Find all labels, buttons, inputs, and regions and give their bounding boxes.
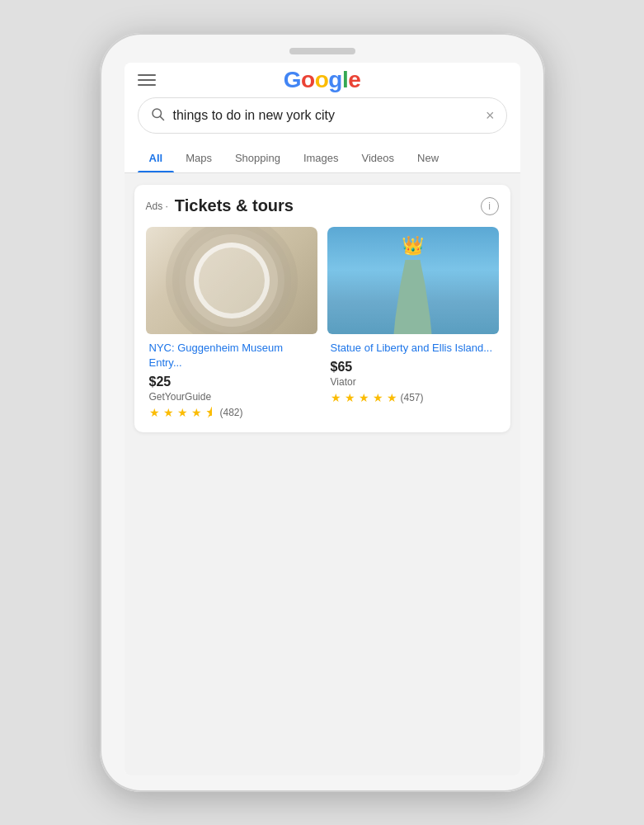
star-half: ⯨ <box>205 406 217 419</box>
info-icon[interactable]: i <box>481 197 499 215</box>
tab-shopping[interactable]: Shopping <box>223 144 292 172</box>
guggenheim-image <box>146 227 317 334</box>
phone-speaker <box>289 48 355 54</box>
search-bar[interactable]: things to do in new york city × <box>138 97 507 134</box>
liberty-stars: ★ ★ ★ ★ ★ (457) <box>331 391 496 404</box>
logo-l: l <box>342 67 348 93</box>
guggenheim-title[interactable]: NYC: Guggenheim Museum Entry... <box>149 341 314 370</box>
tabs-bar: All Maps Shopping Images Videos New <box>125 144 520 173</box>
lib-star-5: ★ <box>387 391 397 404</box>
header: G o o g l e <box>125 63 520 94</box>
ads-header: Ads · Tickets & tours i <box>146 196 499 215</box>
liberty-provider: Viator <box>331 376 496 388</box>
star-2: ★ <box>163 406 174 419</box>
guggenheim-provider: GetYourGuide <box>149 391 314 403</box>
guggenheim-info: NYC: Guggenheim Museum Entry... $25 GetY… <box>146 334 317 419</box>
phone-frame: G o o g l e things to do in new york cit… <box>100 33 545 792</box>
ads-title-group: Ads · Tickets & tours <box>146 196 294 215</box>
svg-line-1 <box>160 116 163 120</box>
liberty-info: Statue of Liberty and Ellis Island... $6… <box>327 334 499 404</box>
liberty-reviews: (457) <box>401 392 424 403</box>
star-1: ★ <box>149 406 160 419</box>
phone-screen: G o o g l e things to do in new york cit… <box>125 63 520 776</box>
lib-star-3: ★ <box>359 391 369 404</box>
tab-videos[interactable]: Videos <box>350 144 407 172</box>
search-icon <box>150 106 165 125</box>
search-bar-container: things to do in new york city × <box>125 94 520 144</box>
logo-o1: o <box>301 67 315 93</box>
liberty-image <box>327 227 499 334</box>
lib-star-4: ★ <box>373 391 383 404</box>
clear-search-icon[interactable]: × <box>486 107 495 125</box>
star-4: ★ <box>191 406 202 419</box>
product-card-guggenheim[interactable]: NYC: Guggenheim Museum Entry... $25 GetY… <box>146 227 317 419</box>
logo-o2: o <box>315 67 329 93</box>
lib-star-2: ★ <box>345 391 355 404</box>
star-3: ★ <box>177 406 188 419</box>
ads-label: Ads · <box>146 200 168 212</box>
logo-g: G <box>284 67 301 93</box>
products-row: NYC: Guggenheim Museum Entry... $25 GetY… <box>146 227 499 419</box>
guggenheim-price: $25 <box>149 375 314 389</box>
liberty-price: $65 <box>331 360 496 375</box>
tab-images[interactable]: Images <box>292 144 350 172</box>
ads-section-title: Tickets & tours <box>175 196 294 215</box>
guggenheim-stars: ★ ★ ★ ★ ⯨ (482) <box>149 406 314 419</box>
tab-maps[interactable]: Maps <box>174 144 223 172</box>
tab-news[interactable]: New <box>406 144 450 172</box>
search-query-text[interactable]: things to do in new york city <box>173 108 477 123</box>
liberty-title[interactable]: Statue of Liberty and Ellis Island... <box>331 341 496 356</box>
product-card-liberty[interactable]: Statue of Liberty and Ellis Island... $6… <box>327 227 499 419</box>
tab-all[interactable]: All <box>138 144 175 172</box>
lib-star-1: ★ <box>331 391 341 404</box>
ads-card: Ads · Tickets & tours i NYC: Guggenheim … <box>134 185 510 432</box>
hamburger-menu-icon[interactable] <box>138 74 156 86</box>
logo-e: e <box>348 67 360 93</box>
main-content: Ads · Tickets & tours i NYC: Guggenheim … <box>125 173 520 776</box>
guggenheim-reviews: (482) <box>220 407 243 418</box>
google-logo: G o o g l e <box>284 67 360 93</box>
logo-g2: g <box>328 67 342 93</box>
